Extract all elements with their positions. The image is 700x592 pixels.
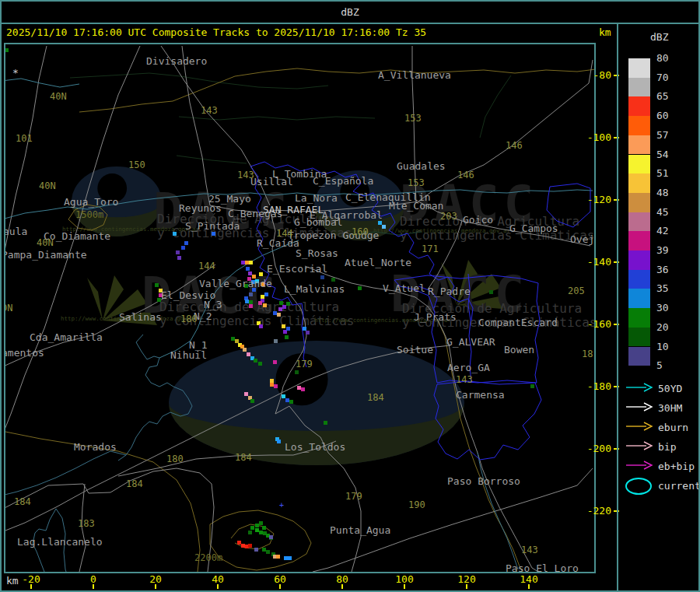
radar-app: { "header": { "title": "dBZ", "timestamp… [0,0,700,592]
window-frame [0,0,700,592]
